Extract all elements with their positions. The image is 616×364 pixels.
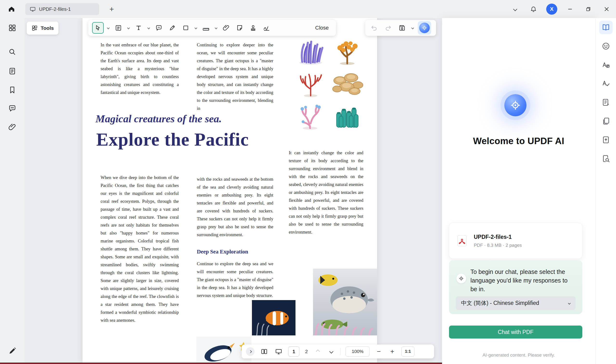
headline-italic: Magical creatures of the sea. (96, 113, 222, 125)
search-icon (8, 48, 16, 56)
ai-chat-message: To begin our chat, please select the lan… (449, 260, 582, 314)
chevron-down-icon (107, 26, 110, 29)
sidebar-item-pages-overview[interactable] (599, 114, 613, 128)
measure-tool-button[interactable] (200, 22, 211, 33)
chevron-down-icon (147, 26, 150, 29)
sidebar-item-apps[interactable] (6, 22, 18, 34)
sticker-tool-button[interactable] (234, 22, 245, 33)
home-button[interactable] (5, 3, 18, 15)
chevron-down-icon (195, 26, 197, 29)
text-tool-button[interactable] (133, 22, 144, 33)
new-tab-button[interactable]: + (107, 4, 116, 14)
sidebar-item-comments[interactable] (6, 103, 18, 114)
actual-size-button[interactable]: 1:1 (401, 346, 414, 357)
pdf-file-icon (456, 234, 468, 247)
sidebar-item-bookmarks[interactable] (6, 84, 18, 96)
sidebar-item-attachments[interactable] (6, 121, 18, 133)
signature-icon (263, 24, 270, 31)
document-icon (8, 67, 16, 75)
current-page-input[interactable]: 1 (288, 346, 299, 357)
page-edit-tool-button[interactable] (113, 22, 124, 33)
editing-toolbar: Close (88, 20, 336, 36)
sidebar-item-export[interactable] (599, 133, 613, 147)
paragraph-body-right: It can instantly change the color and te… (289, 149, 363, 236)
signature-tool-button[interactable] (261, 22, 272, 33)
sidebar-item-pen-tool[interactable] (6, 345, 18, 357)
presentation-button[interactable] (274, 347, 283, 356)
sidebar-item-ai-chat[interactable] (599, 39, 613, 53)
page-footer-accent-bar (0, 363, 442, 364)
zoom-level-input[interactable]: 100% (346, 346, 370, 357)
cursor-icon (95, 25, 101, 31)
save-options-chevron[interactable] (410, 27, 415, 29)
chat-with-pdf-button[interactable]: Chat with PDF (449, 325, 582, 338)
select-tool-button[interactable] (92, 22, 104, 34)
next-page-button[interactable] (327, 347, 336, 356)
chevron-down-icon (568, 302, 571, 304)
restore-window-button[interactable] (583, 4, 594, 15)
text-tool-chevron[interactable] (147, 27, 151, 29)
page-layout-button[interactable] (259, 347, 269, 356)
tools-button[interactable]: Tools (27, 22, 58, 35)
monitor-icon (275, 348, 282, 355)
redo-button[interactable] (383, 22, 394, 33)
coral-photo-red-branch (294, 69, 327, 98)
previous-page-button[interactable] (314, 347, 322, 356)
open-book-icon (602, 23, 610, 32)
paragraph-body-left: When we dive deep into the bottom of the… (101, 174, 179, 324)
save-button[interactable] (397, 22, 408, 33)
coral-photo-orange-tree (330, 37, 364, 65)
close-label: Close (315, 25, 329, 31)
home-icon (8, 6, 15, 13)
paragraph-intro-middle: Continuing to explore deeper into the oc… (197, 41, 273, 112)
close-toolbar-button[interactable]: Close (312, 23, 332, 33)
page-two-value: 2 (305, 349, 308, 354)
sidebar-item-doc-search[interactable] (599, 152, 613, 165)
pdf-page-1[interactable]: In the vast embrace of our blue planet, … (83, 18, 377, 363)
speech-bubble-icon (155, 24, 162, 31)
sidebar-item-translate[interactable] (599, 58, 613, 72)
sidebar-item-reader[interactable] (599, 21, 613, 34)
sidebar-item-summarize[interactable] (599, 96, 613, 109)
shapes-tool-chevron[interactable] (194, 27, 198, 29)
chevron-up-icon (316, 350, 320, 354)
pen-tool-button[interactable] (167, 22, 178, 33)
comment-icon (8, 104, 16, 112)
measure-tool-chevron[interactable] (214, 27, 218, 29)
zoom-in-button[interactable]: + (388, 347, 397, 356)
file-name: UPDF-2-files-1 (474, 234, 522, 240)
attach-tool-button[interactable] (221, 22, 232, 33)
ai-assistant-toggle[interactable] (418, 21, 431, 35)
save-icon (398, 24, 406, 31)
ai-panel-title: Welcome to UPDF AI (442, 136, 595, 146)
collapse-panel-button[interactable] (510, 4, 521, 15)
minimize-button[interactable] (564, 4, 575, 15)
user-avatar[interactable]: X (546, 4, 557, 15)
paragraph-body-middle-2: Continue to explore the deep sea and we … (197, 260, 273, 299)
two-page-icon (261, 348, 268, 355)
shapes-tool-button[interactable] (180, 22, 191, 33)
select-tool-chevron[interactable] (106, 27, 111, 29)
zoom-out-button[interactable]: − (374, 347, 383, 356)
close-window-button[interactable] (601, 4, 612, 15)
undo-button[interactable] (369, 22, 380, 33)
comment-tool-button[interactable] (153, 22, 164, 33)
page-edit-chevron[interactable] (126, 27, 131, 29)
document-search-icon (602, 154, 610, 163)
sidebar-item-proofread[interactable] (599, 77, 613, 90)
file-summary-card[interactable]: UPDF-2-files-1 PDF · 8.3 MB · 2 pages (449, 223, 582, 259)
document-tab[interactable]: UPDF-2-files-1 (25, 3, 99, 15)
headline-main: Explore the Pacific (96, 129, 249, 150)
undo-icon (371, 24, 378, 31)
document-viewport[interactable]: In the vast embrace of our blue planet, … (25, 18, 442, 364)
stamp-tool-button[interactable] (248, 22, 259, 33)
ai-message-icon (456, 274, 466, 283)
minimize-icon (567, 6, 573, 12)
sidebar-item-pages[interactable] (6, 65, 18, 77)
language-select[interactable]: 中文 (简体) - Chinese Simplified (456, 296, 575, 310)
current-page-value: 1 (292, 349, 295, 354)
notifications-button[interactable] (528, 4, 539, 15)
total-pages-label[interactable]: 2 (304, 349, 309, 354)
sidebar-item-search[interactable] (6, 46, 18, 58)
expand-pager-button[interactable] (246, 347, 255, 356)
